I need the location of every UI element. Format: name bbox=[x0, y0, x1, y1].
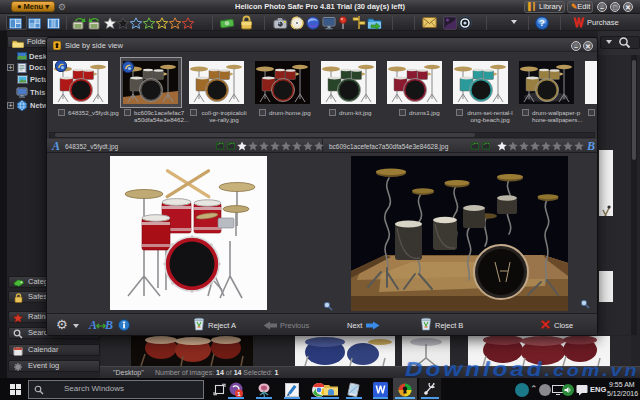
svg-text:?: ? bbox=[539, 17, 545, 28]
